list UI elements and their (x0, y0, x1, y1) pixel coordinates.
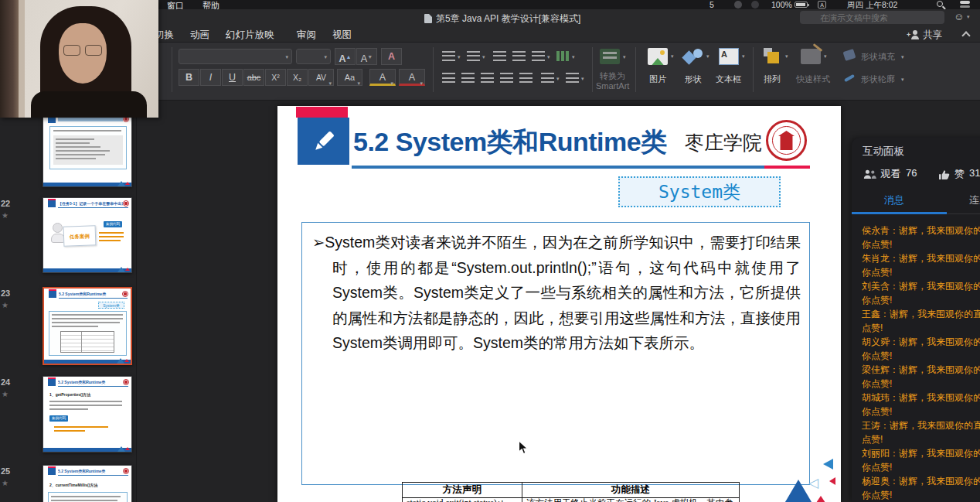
ribbon-divider (753, 47, 754, 92)
decrease-indent-icon[interactable] (493, 51, 506, 61)
decor-triangle-red1 (829, 477, 835, 485)
viewers-count: 76 (906, 167, 917, 179)
columns-icon[interactable] (556, 51, 570, 61)
increase-indent-icon[interactable] (512, 51, 526, 61)
chat-message: 王涛：谢辉，我来围观你的直播啦，给你点赞! (862, 418, 980, 446)
table-row: static void exit(int status)↵ 该方法用于终止当前正… (403, 498, 740, 502)
slide-thumbnail-25[interactable]: 5.2 System类和Runtime类 2、currentTimeMillis… (43, 465, 132, 502)
control-center-icon[interactable] (960, 1, 970, 8)
sidebar-divider (136, 101, 137, 502)
distribute-icon[interactable] (519, 73, 533, 83)
change-case-button[interactable]: Aa▾ (337, 69, 362, 86)
input-method-icon[interactable]: A (818, 1, 826, 9)
spotlight-icon[interactable] (937, 1, 943, 7)
interaction-panel: 互动面板 观看 76 赞 31 消息 连麦 侯永青：谢辉，我来围观你的直播啦，给… (852, 138, 980, 502)
align-left-icon[interactable] (442, 73, 455, 83)
chat-message: 侯永青：谢辉，我来围观你的直播啦，给你点赞! (862, 224, 980, 251)
share-person-icon: + (910, 30, 920, 39)
chat-sender-name: 朱肖龙： (862, 253, 899, 264)
tab-slideshow[interactable]: 幻灯片放映 (226, 29, 274, 42)
decor-triangle-outline: ◁ (808, 475, 818, 491)
table-header-decl: 方法声明 (403, 483, 522, 498)
document-title: 第5章 Java API 教学设计[兼容模式] (436, 13, 580, 24)
character-spacing-button[interactable]: AV▾ (308, 69, 334, 86)
font-name-dropdown[interactable]: ▾ (179, 49, 292, 64)
decor-triangle-red2 (816, 496, 825, 502)
justify-icon[interactable] (500, 73, 513, 83)
star-icon: ★ (2, 479, 9, 487)
align-text-icon[interactable] (566, 73, 579, 83)
shrink-font-button[interactable]: A▼ (356, 48, 377, 65)
shapes-icon (683, 48, 703, 65)
star-icon: ★ (2, 301, 9, 309)
tab-mic-connect[interactable]: 连麦 (937, 193, 980, 207)
chat-sender-name: 刘丽阳： (862, 448, 899, 459)
document-icon (424, 14, 432, 23)
align-center-icon[interactable] (461, 73, 475, 83)
collapse-ribbon-chevron-icon[interactable] (961, 31, 970, 39)
italic-button[interactable]: I (200, 69, 221, 86)
tab-messages[interactable]: 消息 (852, 193, 937, 207)
slide-thumbnail-24[interactable]: 5.2 System类和Runtime类 1、getProperties()方法… (43, 376, 132, 452)
grow-font-button[interactable]: A▲ (335, 48, 356, 65)
battery-percent: 100% (771, 0, 792, 9)
star-icon: ★ (2, 390, 9, 398)
shape-fill-icon (842, 49, 856, 61)
thumbnail-number: 25 (1, 466, 15, 476)
tab-view[interactable]: 视图 (332, 29, 352, 42)
superscript-button[interactable]: X² (265, 69, 286, 86)
chat-sender-name: 胡城玮： (862, 392, 899, 403)
decor-triangle-blue-small (823, 459, 833, 470)
tab-animations[interactable]: 动画 (190, 29, 209, 42)
chat-sender-name: 梁佳辉： (862, 364, 899, 375)
line-spacing-icon[interactable] (532, 51, 545, 61)
bold-button[interactable]: B (179, 69, 199, 86)
notification-badge[interactable]: 5 (709, 0, 714, 9)
cartoon-figure-icon (53, 223, 63, 233)
share-button[interactable]: +共享 (910, 29, 942, 42)
quick-styles-icon (801, 49, 821, 64)
method-declaration: static void exit(int status)↵ (403, 498, 522, 502)
webcam-video-overlay[interactable] (0, 0, 158, 118)
numbering-icon[interactable] (467, 51, 480, 61)
chat-message: 胡义舜：谢辉，我来围观你的直播啦，给你点赞! (862, 335, 980, 363)
slide-body-box: ➢System类对读者来说并不陌生，因为在之前所学知识中，需要打印结果时，使用的… (301, 222, 810, 485)
bullets-icon[interactable] (442, 51, 455, 61)
subscript-button[interactable]: X₂ (287, 69, 308, 86)
title-underline-red (764, 166, 810, 169)
system-class-badge: System类 (618, 176, 781, 207)
text-direction-icon[interactable] (541, 73, 554, 83)
battery-icon[interactable] (795, 2, 808, 8)
textbox-icon (719, 48, 739, 65)
body-paragraph: System类对读者来说并不陌生，因为在之前所学知识中，需要打印结果时，使用的都… (325, 234, 801, 351)
slide-thumbnail-23-selected[interactable]: 5.2 System类和Runtime类 System类 (43, 287, 132, 365)
likes-label: 赞 (954, 167, 965, 181)
thumbnail-number: 24 (1, 377, 15, 387)
font-color-button[interactable]: A▾ (399, 69, 425, 86)
ribbon-divider (433, 47, 434, 92)
clear-formatting-button[interactable]: A (381, 48, 402, 65)
strikethrough-button[interactable]: abc (243, 69, 264, 86)
chat-sender-name: 王涛： (862, 420, 890, 431)
tab-review[interactable]: 审阅 (297, 29, 316, 42)
font-size-dropdown[interactable]: ▾ (296, 49, 331, 64)
slide-thumbnail-22[interactable]: 【任务5-1】记录一个子串在整串中出现的次数 任务案例 案例代码 (43, 197, 132, 273)
chat-sender-name: 侯永青： (862, 225, 899, 236)
status-circle-icon[interactable] (734, 1, 742, 9)
doorframe-background (0, 0, 19, 118)
chat-sender-name: 王鑫： (862, 309, 890, 319)
likes-icon (938, 169, 950, 183)
highlight-color-button[interactable]: A▾ (369, 69, 396, 86)
smartart-icon (600, 49, 620, 64)
align-right-icon[interactable] (481, 73, 494, 83)
school-name: 枣庄学院 (685, 130, 762, 155)
presentation-search-input[interactable] (800, 11, 944, 24)
underline-button[interactable]: U (222, 69, 243, 86)
chat-sender-name: 刘美含： (862, 281, 899, 292)
chat-sender-name: 胡义舜： (862, 336, 899, 347)
panel-title: 互动面板 (863, 145, 904, 159)
status-display-icon[interactable] (751, 1, 759, 9)
slide-thumbnail-21[interactable] (43, 113, 132, 187)
feedback-smiley-icon[interactable]: ☺ ▾ (954, 11, 969, 22)
chat-message: 朱肖龙：谢辉，我来围观你的直播啦，给你点赞! (862, 251, 980, 279)
